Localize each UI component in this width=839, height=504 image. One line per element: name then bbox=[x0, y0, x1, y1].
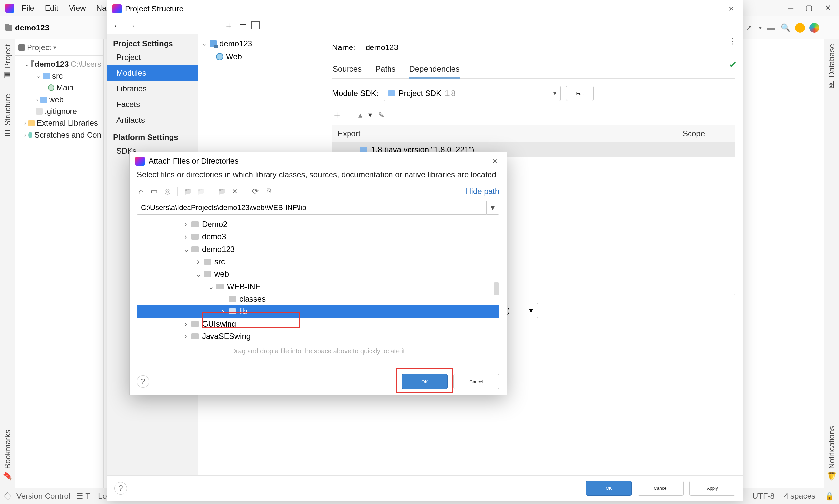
cancel-button[interactable]: Cancel bbox=[453, 374, 499, 389]
tree-item-classes[interactable]: classes bbox=[137, 293, 499, 305]
tree-item-webinf[interactable]: ⌄ WEB-INF bbox=[137, 280, 499, 293]
tree-item-lib[interactable]: › lib bbox=[137, 305, 499, 318]
status-encoding[interactable]: UTF-8 bbox=[752, 491, 775, 501]
chevron-down-icon[interactable]: ▾ bbox=[53, 44, 56, 51]
nav-artifacts[interactable]: Artifacts bbox=[107, 112, 198, 128]
class-icon bbox=[48, 85, 54, 91]
chevron-down-icon: ⌄ bbox=[208, 282, 213, 291]
scratches-icon bbox=[28, 132, 32, 138]
tab-sources[interactable]: Sources bbox=[332, 61, 362, 78]
more-icon[interactable]: ⋯ bbox=[728, 37, 737, 46]
col-scope[interactable]: Scope bbox=[678, 125, 735, 142]
close-icon[interactable]: × bbox=[725, 2, 737, 15]
version-control-tab[interactable]: Version Control bbox=[16, 491, 70, 501]
remove-module-icon[interactable]: − bbox=[240, 18, 246, 32]
edit-sdk-button[interactable]: Edit bbox=[566, 86, 594, 101]
tool-project[interactable]: ▤ Project bbox=[3, 42, 12, 82]
collapse-icon[interactable]: ⋮ bbox=[94, 44, 100, 51]
module-web[interactable]: Web bbox=[198, 50, 325, 63]
tree-root[interactable]: ⌄ demo123 C:\Users bbox=[15, 58, 103, 70]
tool-database[interactable]: 🗄 Database bbox=[827, 42, 836, 90]
tool-notifications[interactable]: 🔔 Notifications bbox=[827, 424, 836, 483]
tree-item-guiswing[interactable]: › GUIswing bbox=[137, 318, 499, 330]
path-input[interactable] bbox=[137, 201, 486, 215]
file-tree[interactable]: › Demo2 › demo3 ⌄ demo123 › src ⌄ bbox=[137, 218, 499, 345]
ok-button[interactable]: OK bbox=[401, 374, 447, 389]
module-name-input[interactable] bbox=[361, 40, 735, 55]
help-icon[interactable]: ? bbox=[137, 375, 149, 388]
tree-src[interactable]: ⌄ src bbox=[15, 70, 103, 82]
project-panel-header[interactable]: Project ▾ ⋮ bbox=[15, 39, 103, 56]
search-icon[interactable]: 🔍 bbox=[781, 23, 790, 33]
tool-bookmarks[interactable]: 🔖 Bookmarks bbox=[3, 428, 12, 483]
col-export[interactable]: Export bbox=[332, 125, 678, 142]
hide-path-link[interactable]: Hide path bbox=[466, 187, 499, 196]
tree-web[interactable]: › web bbox=[15, 94, 103, 105]
menu-file[interactable]: File bbox=[18, 2, 38, 14]
tree-main-class[interactable]: Main bbox=[15, 82, 103, 94]
project-panel: Project ▾ ⋮ ⌄ demo123 C:\Users ⌄ src bbox=[15, 39, 104, 488]
dialog-description: Select files or directories in which lib… bbox=[130, 170, 507, 184]
module-root[interactable]: ⌄ demo123 bbox=[198, 37, 325, 50]
ok-button[interactable]: OK bbox=[586, 481, 632, 496]
move-up-icon: ▴ bbox=[358, 110, 362, 120]
close-icon[interactable]: ✕ bbox=[825, 3, 831, 13]
nav-libraries[interactable]: Libraries bbox=[107, 81, 198, 96]
tree-item-src[interactable]: › src bbox=[137, 255, 499, 268]
path-field: ▾ bbox=[137, 201, 499, 215]
vcs-icon[interactable] bbox=[3, 492, 12, 500]
gitignore-icon bbox=[36, 108, 42, 114]
show-hidden-icon[interactable] bbox=[264, 187, 273, 196]
cancel-button[interactable]: Cancel bbox=[638, 481, 684, 496]
label: Scratches and Con bbox=[34, 130, 101, 140]
move-down-icon[interactable]: ▾ bbox=[368, 110, 372, 120]
ide-tips-icon[interactable] bbox=[795, 23, 805, 33]
delete-icon[interactable] bbox=[230, 187, 239, 196]
add-dep-icon[interactable]: ＋ bbox=[332, 108, 342, 122]
menu-edit[interactable]: Edit bbox=[41, 2, 62, 14]
code-with-me-icon[interactable] bbox=[809, 23, 819, 33]
tree-scratches[interactable]: › Scratches and Con bbox=[15, 129, 103, 141]
tree-item-web[interactable]: ⌄ web bbox=[137, 268, 499, 280]
tree-item-demo123[interactable]: ⌄ demo123 bbox=[137, 243, 499, 255]
dep-toolbar: ＋ − ▴ ▾ ✎ bbox=[332, 106, 735, 125]
desktop-icon[interactable] bbox=[150, 187, 158, 196]
tree-external-libs[interactable]: › External Libraries bbox=[15, 117, 103, 129]
close-icon[interactable]: × bbox=[489, 155, 501, 168]
nav-facets[interactable]: Facets bbox=[107, 96, 198, 112]
label: Project bbox=[3, 44, 12, 69]
refresh-icon[interactable] bbox=[251, 187, 260, 196]
scrollbar[interactable] bbox=[494, 282, 499, 295]
status-lock-icon[interactable]: 🔒 bbox=[825, 491, 834, 501]
new-folder-icon[interactable] bbox=[184, 187, 192, 196]
nav-modules[interactable]: Modules bbox=[107, 65, 198, 81]
apply-button[interactable]: Apply bbox=[689, 481, 735, 496]
add-module-icon[interactable]: ＋ bbox=[224, 19, 234, 32]
home-icon[interactable] bbox=[137, 187, 145, 196]
path-dropdown-icon[interactable]: ▾ bbox=[486, 201, 499, 215]
project-dir-icon[interactable] bbox=[163, 187, 171, 196]
menu-view[interactable]: View bbox=[66, 2, 89, 14]
project-breadcrumb[interactable]: demo123 bbox=[5, 23, 49, 32]
maximize-icon[interactable]: ▢ bbox=[805, 3, 813, 13]
copy-icon[interactable] bbox=[253, 22, 260, 30]
chevron-right-icon: › bbox=[183, 332, 188, 341]
run-target-icon[interactable]: ↗ bbox=[744, 23, 754, 33]
minimize-icon[interactable]: ─ bbox=[788, 3, 793, 13]
tree-item-demo3[interactable]: › demo3 bbox=[137, 231, 499, 243]
stop-icon[interactable]: ▬ bbox=[766, 23, 776, 33]
tree-gitignore[interactable]: .gitignore bbox=[15, 105, 103, 117]
module-sdk-select[interactable]: Project SDK 1.8 ▾ bbox=[383, 86, 561, 101]
tab-paths[interactable]: Paths bbox=[375, 61, 396, 78]
tree-item-demo2[interactable]: › Demo2 bbox=[137, 218, 499, 231]
nav-project[interactable]: Project bbox=[107, 50, 198, 65]
chevron-down-icon[interactable]: ▾ bbox=[759, 24, 761, 32]
back-icon[interactable]: ← bbox=[113, 21, 122, 31]
tool-structure[interactable]: ☰ Structure bbox=[3, 92, 12, 140]
module-dir-icon[interactable] bbox=[217, 187, 226, 196]
tree-item-javaseswing[interactable]: › JavaSESwing bbox=[137, 330, 499, 343]
tab-dependencies[interactable]: Dependencies bbox=[409, 61, 460, 78]
help-icon[interactable]: ? bbox=[115, 482, 127, 494]
status-indent[interactable]: 4 spaces bbox=[784, 491, 816, 501]
todo-tab[interactable]: ☰ T bbox=[76, 491, 90, 501]
